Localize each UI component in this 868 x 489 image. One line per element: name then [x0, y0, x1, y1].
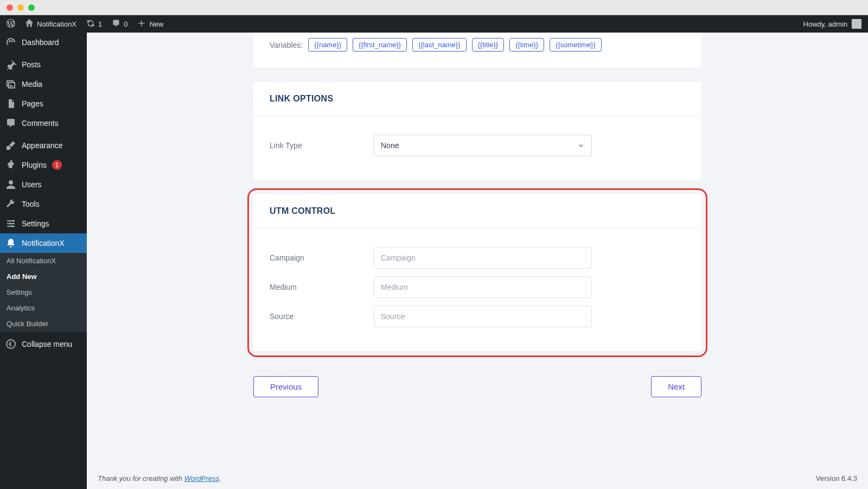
sidebar-item-label: NotificationX: [22, 239, 65, 247]
sidebar-item-posts[interactable]: Posts: [0, 55, 87, 74]
sidebar-item-pages[interactable]: Pages: [0, 94, 87, 113]
var-tag-first-name[interactable]: {{first_name}}: [353, 38, 407, 52]
link-type-value: None: [381, 141, 399, 150]
updates-count: 1: [98, 20, 102, 28]
next-button[interactable]: Next: [651, 376, 701, 397]
wrench-icon: [5, 199, 16, 209]
plugin-icon: [5, 160, 16, 170]
comments-menu[interactable]: 0: [112, 19, 127, 29]
wp-version: Version 6.4.3: [816, 474, 857, 482]
sidebar-item-label: Tools: [22, 200, 40, 208]
sidebar-item-notificationx[interactable]: NotificationX: [0, 233, 87, 253]
var-tag-last-name[interactable]: {{last_name}}: [412, 38, 466, 52]
sliders-icon: [5, 218, 16, 229]
link-options-title: LINK OPTIONS: [253, 82, 701, 116]
traffic-minimize[interactable]: [17, 4, 24, 11]
new-label: New: [149, 20, 163, 28]
collapse-icon: [5, 339, 16, 350]
notificationx-submenu: All NotificationX Add New Settings Analy…: [0, 253, 87, 332]
submenu-settings[interactable]: Settings: [0, 284, 87, 300]
sidebar-item-label: Dashboard: [22, 38, 59, 47]
mac-window-chrome: [0, 0, 868, 15]
var-tag-name[interactable]: {{name}}: [308, 38, 347, 52]
sidebar-item-label: Plugins: [22, 161, 47, 169]
sidebar-item-comments[interactable]: Comments: [0, 113, 87, 133]
submenu-analytics[interactable]: Analytics: [0, 300, 87, 316]
comments-count: 0: [124, 20, 127, 28]
submenu-all-notificationx[interactable]: All NotificationX: [0, 253, 87, 269]
howdy-text: Howdy, admin: [803, 20, 847, 28]
wordpress-icon: [7, 19, 15, 29]
source-label: Source: [270, 312, 374, 321]
variables-label: Variables:: [270, 41, 303, 49]
sidebar-item-appearance[interactable]: Appearance: [0, 136, 87, 155]
campaign-label: Campaign: [270, 253, 374, 262]
wordpress-link[interactable]: WordPress: [184, 474, 219, 482]
new-content-menu[interactable]: New: [137, 19, 163, 29]
medium-label: Medium: [270, 283, 374, 291]
traffic-zoom[interactable]: [28, 4, 35, 11]
page-icon: [5, 98, 16, 109]
sidebar-item-tools[interactable]: Tools: [0, 194, 87, 214]
var-tag-sometime[interactable]: {{sometime}}: [550, 38, 602, 52]
sidebar-item-dashboard[interactable]: Dashboard: [0, 33, 87, 52]
collapse-menu[interactable]: Collapse menu: [0, 334, 87, 354]
traffic-close[interactable]: [7, 4, 13, 11]
sidebar-item-users[interactable]: Users: [0, 175, 87, 194]
update-icon: [86, 19, 95, 29]
previous-button[interactable]: Previous: [253, 376, 318, 397]
sidebar-item-label: Users: [22, 180, 42, 189]
site-title: NotificationX: [37, 20, 76, 28]
brush-icon: [5, 140, 16, 151]
comments-icon: [5, 118, 16, 129]
home-icon: [25, 19, 34, 29]
source-input[interactable]: [374, 306, 592, 327]
sidebar-item-plugins[interactable]: Plugins 1: [0, 155, 87, 175]
var-tag-title[interactable]: {{title}}: [472, 38, 505, 52]
sidebar-item-label: Settings: [22, 219, 49, 228]
wp-logo-menu[interactable]: [7, 19, 15, 29]
media-icon: [5, 79, 16, 90]
plugins-badge: 1: [52, 160, 62, 170]
wp-footer: Thank you for creating with WordPress. V…: [87, 468, 868, 489]
medium-input[interactable]: [374, 276, 592, 298]
chevron-down-icon: [577, 142, 585, 149]
sidebar-item-media[interactable]: Media: [0, 74, 87, 94]
updates-menu[interactable]: 1: [86, 19, 102, 29]
utm-control-title: UTM CONTROL: [253, 194, 701, 228]
var-tag-time[interactable]: {{time}}: [509, 38, 544, 52]
sidebar-item-label: Media: [22, 80, 42, 88]
template-card: Variables: {{name}} {{first_name}} {{las…: [253, 33, 701, 68]
footer-thank-prefix: Thank you for creating with: [98, 474, 184, 482]
dashboard-icon: [5, 37, 16, 48]
link-options-card: LINK OPTIONS Link Type None: [253, 82, 701, 180]
pin-icon: [5, 59, 16, 70]
sidebar-item-label: Comments: [22, 119, 59, 128]
campaign-input[interactable]: [374, 247, 592, 269]
nav-buttons: Previous Next: [253, 376, 701, 397]
admin-sidebar: Dashboard Posts Media Pages Comments App…: [0, 33, 87, 489]
footer-thank-suffix: .: [219, 474, 221, 482]
avatar: [852, 19, 861, 29]
bell-icon: [5, 238, 16, 249]
sidebar-item-label: Pages: [22, 99, 43, 108]
collapse-label: Collapse menu: [22, 340, 72, 348]
plus-icon: [137, 19, 146, 29]
sidebar-item-label: Posts: [22, 60, 41, 69]
utm-control-card: UTM CONTROL Campaign Medium Source: [253, 194, 701, 351]
my-account-menu[interactable]: Howdy, admin: [803, 19, 861, 29]
sidebar-item-settings[interactable]: Settings: [0, 214, 87, 233]
user-icon: [5, 179, 16, 190]
link-type-select[interactable]: None: [374, 135, 592, 156]
link-type-label: Link Type: [270, 141, 374, 150]
submenu-quick-builder[interactable]: Quick Builder: [0, 316, 87, 332]
main-content: Variables: {{name}} {{first_name}} {{las…: [87, 33, 868, 489]
submenu-add-new[interactable]: Add New: [0, 269, 87, 284]
site-name-menu[interactable]: NotificationX: [25, 19, 76, 29]
comment-icon: [112, 19, 120, 29]
wp-admin-bar: NotificationX 1 0 New Howdy, admin: [0, 15, 868, 33]
svg-point-0: [7, 340, 15, 348]
sidebar-item-label: Appearance: [22, 141, 63, 150]
